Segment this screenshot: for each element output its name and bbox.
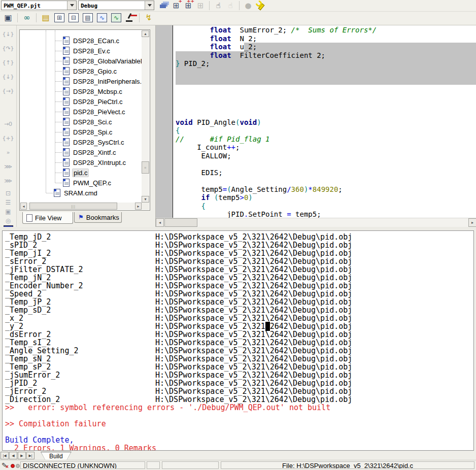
tab-scroll-prev-icon[interactable]: ◀ [9,452,17,459]
tree-item-DSP28_Ev.c[interactable]: DSP28_Ev.c [63,46,111,56]
editor-hscroll-thumb[interactable] [164,218,197,227]
tab-build[interactable]: Build [41,452,72,460]
graph-window-icon[interactable]: ∿ [97,13,107,22]
tree-item-DSP28_PieCtrl.c[interactable]: DSP28_PieCtrl.c [63,96,124,107]
tree-item-DSP28_XIntrupt.c[interactable]: DSP28_XIntrupt.c [63,157,127,167]
rebuild-all-icon[interactable] [158,1,169,11]
config-combobox[interactable]: Debug [78,1,154,10]
tree-item-DSP28_InitPeripherals.c[interactable]: DSP28_InitPeripherals.c [63,76,142,86]
build-all-icon[interactable]: ⊞++ [183,1,194,11]
watch-list-icon[interactable]: ☰ [2,198,14,207]
tree-vscroll-thumb[interactable]: ≡ [142,161,149,174]
scroll-left-icon[interactable] [156,218,164,227]
code-editor-window: float SumError_2; /* Sums of Errors*/ fl… [155,25,476,227]
register-window-icon[interactable]: ▤ [83,13,93,22]
tree-item-DSP28_SysCtrl.c[interactable]: DSP28_SysCtrl.c [63,137,125,147]
step-out-icon[interactable]: {↑} [2,58,14,68]
build-output-line: _Temp_jD_2H:\DSPworkspace_v5_2\321\2642\… [5,233,473,241]
dsp-bios-icon[interactable]: ↯ [143,12,155,23]
tree-item-DSP28_ECan.c[interactable]: DSP28_ECan.c [63,36,120,46]
incremental-build-icon[interactable]: ⊞+ [171,1,182,11]
toolbar-separator [209,1,210,10]
tree-item-DSP28_Sci.c[interactable]: DSP28_Sci.c [63,117,113,127]
toolbar-separator [239,1,240,10]
project-combobox[interactable]: PWM_QEP.pjt [1,1,77,10]
memory-window-icon[interactable]: ⊟ [69,13,79,22]
asm-step-icon[interactable]: {↓} [2,72,14,82]
tree-item-DSP28_GlobalVariableD[interactable]: DSP28_GlobalVariableD [63,56,142,66]
watch-window-icon[interactable]: ▣ [2,12,14,23]
code-line: if (temp5>0) [176,193,476,202]
tab-scroll-next-icon[interactable]: ▶ [18,452,26,459]
code-editor[interactable]: float SumError_2; /* Sums of Errors*/ fl… [173,25,476,218]
config-combobox-dropdown-button[interactable] [145,1,154,10]
tree-item-pid.c[interactable]: pid.c [63,167,89,178]
tree-hscroll-thumb[interactable]: ||| [29,203,117,210]
project-tree[interactable]: DSP28_ECan.cDSP28_Ev.cDSP28_GlobalVariab… [19,29,150,211]
tab-file-view[interactable]: File View [22,212,73,224]
tab-scroll-last-icon[interactable]: ▶| [26,452,35,459]
build-message-line [5,412,473,420]
scroll-down-icon[interactable] [142,196,149,203]
build-output-line: _jSumError_2H:\DSPworkspace_v5_2\321\264… [5,371,473,379]
inspect-icon[interactable]: ◎ [2,216,14,225]
tree-item-PWM_QEP.c[interactable]: PWM_QEP.c [63,178,112,188]
go-main-icon[interactable]: {+} [2,133,14,143]
status-led-gray-icon [16,464,20,468]
build-output-line: _Temp_sD_2H:\DSPworkspace_v5_2\321\2642\… [5,306,473,314]
scroll-left-icon[interactable] [20,203,27,210]
scroll-up-icon[interactable] [142,30,149,37]
view-glasses-icon[interactable]: ∞ [21,12,33,23]
tree-item-SRAM.cmd[interactable]: SRAM.cmd [54,188,98,198]
restart-icon[interactable]: →0 [2,119,14,129]
build-message-line: Build Complete, [5,436,473,444]
run-to-cursor-icon[interactable]: {→} [2,86,14,96]
editor-horizontal-scrollbar[interactable] [156,218,476,227]
run-icon[interactable]: » [2,148,14,157]
quickwatch-icon[interactable]: ⊡ [2,189,14,198]
build-output-line: _Speed_2H:\DSPworkspace_v5_2\321\2642\De… [5,290,473,298]
editor-selection-margin[interactable] [156,25,173,218]
tree-item-DSP28_Gpio.c[interactable]: DSP28_Gpio.c [63,66,118,76]
code-line: EALLOW; [176,152,476,160]
build-icons-group: ⊞+⊞++⊞☝☝● [158,1,266,11]
tab-scroll-first-icon[interactable]: |◀ [1,452,9,459]
project-combobox-dropdown-button[interactable] [67,1,76,10]
calculator-icon[interactable]: ⊞ [54,13,64,22]
run-free-icon[interactable]: ⋙ [2,162,14,172]
tree-item-DSP28_PieVect.c[interactable]: DSP28_PieVect.c [63,107,126,117]
tree-item-DSP28_Spi.c[interactable]: DSP28_Spi.c [63,127,113,137]
window-cascade-icon[interactable]: ▣ [2,207,14,216]
code-line: float SumError_2; /* Sums of Errors*/ [176,26,476,35]
build-output-line: _Temp_sI_2H:\DSPworkspace_v5_2\321\2642\… [5,339,473,347]
image-window-icon[interactable]: ∿ [111,13,121,22]
scroll-right-icon[interactable] [468,218,476,227]
tab-build-label: Build [41,452,71,460]
build-message-line [5,428,473,436]
code-line: EDIS; [176,169,476,177]
tree-item-DSP28_Mcbsp.c[interactable]: DSP28_Mcbsp.c [63,86,123,96]
code-line: float N_2; [176,35,476,43]
tab-bookmarks[interactable]: ⚑ Bookmarks [74,212,122,223]
chevron-down-icon [70,4,74,7]
code-line: jPID.SetPoint = temp5; [176,210,476,218]
project-tools-icon[interactable] [255,1,266,11]
animate-icon[interactable]: ⋙ [2,176,14,186]
status-cell-empty [162,461,219,469]
step-into-icon[interactable]: {↓} [2,29,14,39]
code-line [176,68,476,77]
scroll-right-icon[interactable] [135,203,142,210]
build-output-line: _sPID_2H:\DSPworkspace_v5_2\321\2642\Deb… [5,241,473,249]
probe-microscope-icon[interactable] [124,12,136,23]
code-line [176,102,476,110]
tree-horizontal-scrollbar[interactable]: ||| [20,203,142,210]
halt-hand-icon[interactable]: ☝ [213,1,224,11]
build-output-text[interactable]: _Temp_jD_2H:\DSPworkspace_v5_2\321\2642\… [2,230,474,451]
clipboard-icon[interactable]: ▤ [40,12,52,23]
tree-vertical-scrollbar[interactable]: ≡ [142,30,149,203]
icon-accent: + [178,0,182,4]
bookmark-icon: ⚑ [78,214,84,221]
step-over-icon[interactable]: {↷} [2,44,14,53]
tree-item-label: DSP28_Ev.c [72,47,111,55]
tree-item-DSP28_Xintf.c[interactable]: DSP28_Xintf.c [63,147,117,157]
